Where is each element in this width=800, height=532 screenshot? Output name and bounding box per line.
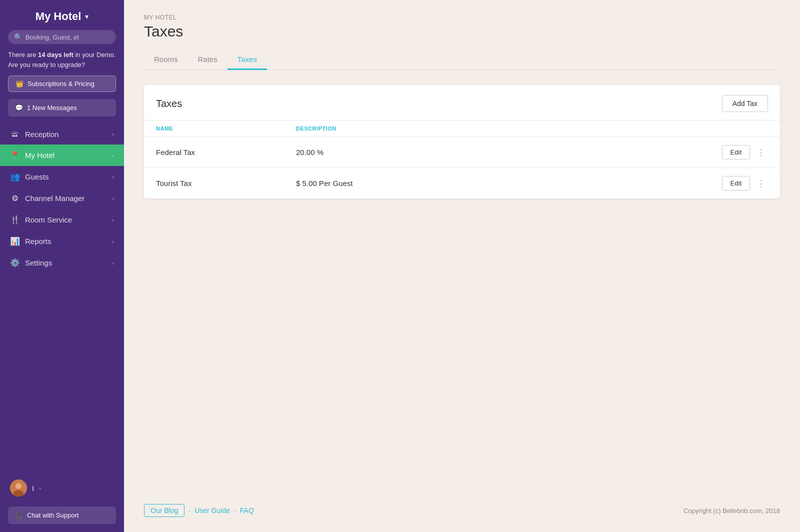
- settings-icon: ⚙️: [10, 258, 20, 268]
- table-header: NAME DESCRIPTION: [144, 120, 780, 137]
- crown-icon: 👑: [16, 80, 24, 88]
- sidebar-item-my-hotel-label: My Hotel: [25, 151, 54, 160]
- sidebar-item-channel-manager-left: ⚙ Channel Manager: [10, 194, 84, 203]
- search-icon: 🔍: [14, 33, 22, 41]
- sidebar-item-room-service-label: Room Service: [25, 216, 72, 224]
- more-options-button-1[interactable]: ⋮: [754, 146, 768, 160]
- reports-icon: 📊: [10, 236, 20, 246]
- sidebar-item-settings-label: Settings: [25, 258, 52, 267]
- room-service-icon: 🍴: [10, 215, 20, 224]
- breadcrumb: MY HOTEL: [144, 14, 780, 21]
- tab-rates[interactable]: Rates: [188, 50, 228, 70]
- sidebar-hotel-chevron-icon: ▾: [85, 12, 88, 20]
- chat-support-label: Chat with Support: [27, 512, 78, 519]
- taxes-content: Taxes Add Tax NAME DESCRIPTION Federal T…: [124, 70, 800, 494]
- sidebar-item-channel-manager[interactable]: ⚙ Channel Manager ›: [0, 188, 124, 209]
- sidebar-item-reception-left: 🛎 Reception: [10, 130, 59, 138]
- main-content: MY HOTEL Taxes Rooms Rates Taxes Taxes A…: [124, 0, 800, 532]
- footer-links: Our Blog · User Guide · FAQ: [144, 504, 254, 517]
- tabs-bar: Rooms Rates Taxes: [144, 50, 780, 70]
- svg-point-1: [16, 483, 22, 489]
- table-row: Tourist Tax $ 5.00 Per Guest Edit ⋮: [144, 168, 780, 198]
- channel-manager-icon: ⚙: [10, 194, 20, 203]
- table-row: Federal Tax 20.00 % Edit ⋮: [144, 137, 780, 168]
- table-row-2-actions: Edit ⋮: [722, 176, 768, 190]
- sidebar: My Hotel ▾ 🔍 Booking, Guest, et There ar…: [0, 0, 124, 532]
- sidebar-user[interactable]: I ›: [0, 474, 124, 502]
- my-hotel-icon: 📍: [10, 150, 20, 160]
- sidebar-item-settings[interactable]: ⚙️ Settings ›: [0, 252, 124, 274]
- main-header: MY HOTEL Taxes Rooms Rates Taxes: [124, 0, 800, 70]
- card-title: Taxes: [156, 98, 182, 110]
- footer-dot-1: ·: [188, 506, 190, 514]
- sidebar-item-settings-left: ⚙️ Settings: [10, 258, 52, 268]
- sidebar-item-reports-left: 📊 Reports: [10, 236, 52, 246]
- guests-chevron-icon: ›: [112, 174, 114, 180]
- faq-link[interactable]: FAQ: [240, 506, 254, 514]
- sidebar-item-reception[interactable]: 🛎 Reception ›: [0, 124, 124, 144]
- sidebar-item-guests-left: 👥 Guests: [10, 172, 49, 182]
- card-header: Taxes Add Tax: [144, 85, 780, 120]
- demo-text-pre: There are: [8, 51, 38, 58]
- sidebar-item-room-service[interactable]: 🍴 Room Service ›: [0, 209, 124, 230]
- edit-button-1[interactable]: Edit: [722, 145, 750, 160]
- chat-icon: 💬: [15, 104, 23, 112]
- user-chevron-icon: ›: [39, 485, 41, 491]
- sidebar-hotel-name: My Hotel: [36, 10, 82, 23]
- table-row-1-actions: Edit ⋮: [722, 145, 768, 160]
- sidebar-item-my-hotel-left: 📍 My Hotel: [10, 150, 54, 160]
- upgrade-button[interactable]: 👑 Subscriptions & Pricing: [8, 76, 116, 92]
- messages-button[interactable]: 💬 1 New Messages: [8, 99, 116, 116]
- channel-manager-chevron-icon: ›: [112, 196, 114, 202]
- sidebar-item-my-hotel[interactable]: 📍 My Hotel ›: [0, 144, 124, 166]
- sidebar-item-guests-label: Guests: [25, 172, 49, 181]
- my-hotel-chevron-icon: ›: [112, 152, 114, 158]
- tax-name-2: Tourist Tax: [156, 179, 296, 188]
- col-name-header: NAME: [156, 126, 296, 132]
- headphone-icon: 🎧: [15, 512, 23, 519]
- copyright: Copyright (c) Bellebnb.com, 2018: [684, 507, 780, 514]
- tax-name-1: Federal Tax: [156, 148, 296, 156]
- sidebar-item-guests[interactable]: 👥 Guests ›: [0, 166, 124, 188]
- reception-icon: 🛎: [10, 130, 20, 138]
- sidebar-item-reports[interactable]: 📊 Reports ›: [0, 230, 124, 252]
- messages-label: 1 New Messages: [27, 104, 77, 112]
- avatar: [10, 480, 27, 496]
- footer-dot-2: ·: [234, 506, 236, 514]
- sidebar-item-room-service-left: 🍴 Room Service: [10, 215, 72, 224]
- demo-banner: There are 14 days left in your Demo. Are…: [8, 50, 116, 70]
- add-tax-button[interactable]: Add Tax: [722, 95, 768, 112]
- sidebar-item-channel-manager-label: Channel Manager: [25, 194, 84, 202]
- upgrade-label: Subscriptions & Pricing: [28, 80, 94, 88]
- col-description-header: DESCRIPTION: [296, 126, 768, 132]
- more-options-button-2[interactable]: ⋮: [754, 176, 768, 190]
- tax-description-2: $ 5.00 Per Guest: [296, 179, 722, 188]
- taxes-card: Taxes Add Tax NAME DESCRIPTION Federal T…: [144, 85, 780, 198]
- guests-icon: 👥: [10, 172, 20, 182]
- demo-days: 14 days left: [38, 51, 74, 58]
- edit-button-2[interactable]: Edit: [722, 176, 750, 190]
- user-guide-link[interactable]: User Guide: [194, 506, 230, 514]
- sidebar-hotel-header[interactable]: My Hotel ▾: [0, 0, 124, 30]
- main-footer: Our Blog · User Guide · FAQ Copyright (c…: [124, 494, 800, 532]
- tab-rooms[interactable]: Rooms: [144, 50, 188, 70]
- sidebar-search-placeholder: Booking, Guest, et: [26, 34, 79, 41]
- user-label: I: [32, 484, 34, 492]
- room-service-chevron-icon: ›: [112, 217, 114, 223]
- sidebar-search[interactable]: 🔍 Booking, Guest, et: [8, 30, 116, 44]
- chat-support-button[interactable]: 🎧 Chat with Support: [8, 506, 116, 524]
- sidebar-item-reports-label: Reports: [25, 237, 52, 246]
- settings-chevron-icon: ›: [112, 260, 114, 266]
- blog-link[interactable]: Our Blog: [144, 504, 184, 517]
- sidebar-item-reception-label: Reception: [25, 130, 59, 138]
- page-title: Taxes: [144, 23, 780, 40]
- reception-chevron-icon: ›: [112, 131, 114, 137]
- tax-description-1: 20.00 %: [296, 148, 722, 156]
- tab-taxes[interactable]: Taxes: [228, 50, 267, 70]
- reports-chevron-icon: ›: [112, 238, 114, 244]
- sidebar-nav: 🛎 Reception › 📍 My Hotel › 👥 Guests › ⚙ …: [0, 120, 124, 474]
